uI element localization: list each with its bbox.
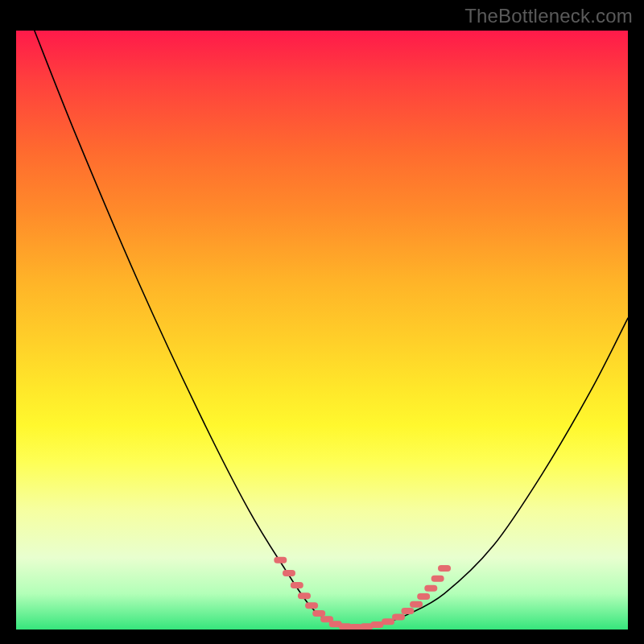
curve-marker [349,624,362,630]
curve-marker [312,610,325,617]
curve-marker [382,618,394,625]
curve-marker [392,613,405,620]
curve-svg [16,31,628,630]
chart-container: TheBottleneck.com [0,0,644,644]
watermark-text: TheBottleneck.com [464,5,633,27]
curve-marker [417,593,430,600]
curve-marker [370,621,383,628]
curve-marker [438,565,451,572]
curve-marker [410,601,423,608]
plot-area [16,31,628,630]
curve-marker [291,582,303,588]
curve-marker [424,585,437,592]
curve-marker [431,576,444,582]
curve-marker [274,557,287,564]
curve-marker [283,570,295,576]
curve-marker [401,608,414,614]
curve-marker [305,602,318,609]
curve-marker [298,592,311,599]
curve-markers [274,557,451,630]
bottleneck-curve [35,31,628,627]
